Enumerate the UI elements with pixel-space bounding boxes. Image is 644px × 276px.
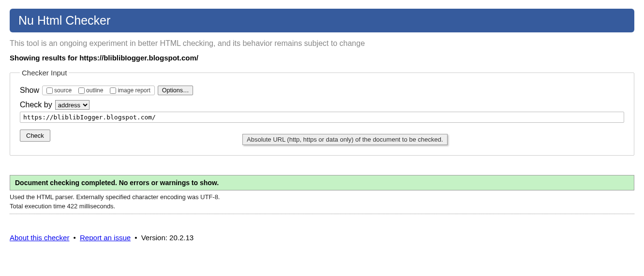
check-button[interactable]: Check [20, 130, 50, 142]
parser-info: Used the HTML parser. Externally specifi… [10, 193, 634, 201]
about-link[interactable]: About this checker [10, 233, 69, 242]
image-report-checkbox[interactable] [110, 87, 116, 94]
outline-checkbox-text: outline [86, 87, 103, 94]
success-message: Document checking completed. No errors o… [10, 175, 634, 190]
page-banner: Nu Html Checker [10, 9, 634, 32]
check-by-row: Check by address [20, 100, 624, 110]
version-label: Version: 20.2.13 [141, 233, 194, 242]
source-checkbox[interactable] [46, 87, 53, 94]
check-by-select[interactable]: address [55, 100, 90, 110]
check-by-label: Check by [20, 101, 52, 109]
intro-text: This tool is an ongoing experiment in be… [10, 39, 634, 48]
checker-input-legend: Checker Input [20, 69, 69, 77]
execution-time: Total execution time 422 milliseconds. [10, 203, 634, 210]
outline-checkbox-label[interactable]: outline [78, 87, 103, 94]
source-checkbox-text: source [54, 87, 72, 94]
bullet-separator: • [74, 233, 76, 242]
report-issue-link[interactable]: Report an issue [80, 233, 131, 242]
show-checkbox-group: source outline image report [42, 86, 155, 95]
checker-input-fieldset: Checker Input Show source outline image … [10, 69, 634, 156]
image-report-checkbox-label[interactable]: image report [110, 87, 150, 94]
results-heading: Showing results for https://bliblibIogge… [10, 54, 634, 62]
outline-checkbox[interactable] [78, 87, 85, 94]
options-button[interactable]: Options… [158, 86, 194, 95]
page-title: Nu Html Checker [18, 14, 110, 27]
source-checkbox-label[interactable]: source [46, 87, 72, 94]
show-label: Show [20, 86, 39, 95]
image-report-checkbox-text: image report [118, 87, 150, 94]
show-row: Show source outline image report Options… [20, 86, 624, 95]
bullet-separator: • [135, 233, 137, 242]
footer: About this checker • Report an issue • V… [10, 233, 634, 242]
url-input[interactable] [20, 112, 624, 123]
url-tooltip: Absolute URL (http, https or data only) … [242, 134, 448, 145]
separator [10, 214, 634, 214]
